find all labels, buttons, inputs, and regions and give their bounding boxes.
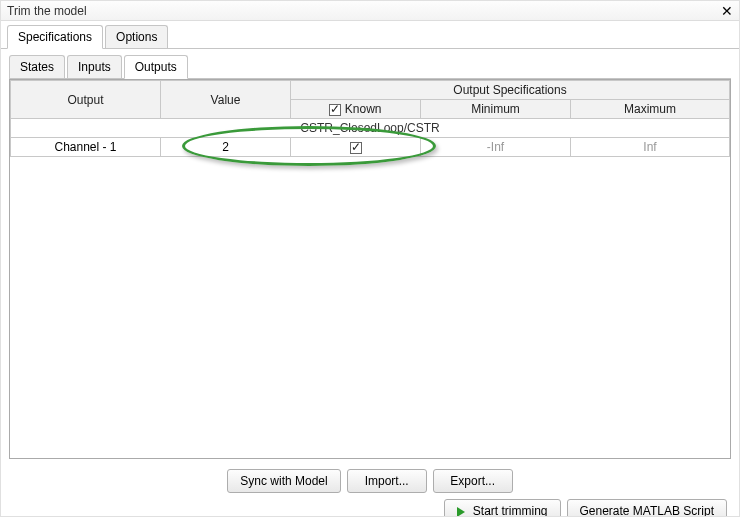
start-trimming-label: Start trimming [473,504,548,517]
outputs-grid: Output Value Output Specifications Known… [9,79,731,459]
import-button[interactable]: Import... [347,469,427,493]
tab-options[interactable]: Options [105,25,168,48]
play-icon [457,507,465,517]
outputs-table: Output Value Output Specifications Known… [10,80,730,157]
group-label: CSTR_ClosedLoop/CSTR [11,119,730,138]
known-cell[interactable] [291,138,421,157]
button-row-center: Sync with Model Import... Export... [9,469,731,493]
channel-name: Channel - 1 [11,138,161,157]
button-row-right: Start trimming Generate MATLAB Script [9,499,731,517]
col-known-label: Known [345,102,382,116]
sync-button[interactable]: Sync with Model [227,469,340,493]
tab-inputs[interactable]: Inputs [67,55,122,78]
tab-specifications[interactable]: Specifications [7,25,103,49]
table-row: Channel - 1 2 -Inf Inf [11,138,730,157]
outer-tab-bar: Specifications Options [1,21,739,49]
inner-tab-bar: States Inputs Outputs [9,55,731,79]
window-title: Trim the model [7,4,87,18]
start-trimming-button[interactable]: Start trimming [444,499,560,517]
export-button[interactable]: Export... [433,469,513,493]
max-cell[interactable]: Inf [571,138,730,157]
col-known: Known [291,100,421,119]
value-cell[interactable]: 2 [161,138,291,157]
title-bar: Trim the model ✕ [1,1,739,21]
tab-states[interactable]: States [9,55,65,78]
content-area: States Inputs Outputs Output Value Outpu… [1,49,739,504]
col-minimum: Minimum [421,100,571,119]
col-known-checkbox[interactable] [329,104,341,116]
close-icon[interactable]: ✕ [721,3,733,19]
known-checkbox[interactable] [350,142,362,154]
min-cell[interactable]: -Inf [421,138,571,157]
col-value: Value [161,81,291,119]
group-row: CSTR_ClosedLoop/CSTR [11,119,730,138]
col-output-specs: Output Specifications [291,81,730,100]
col-maximum: Maximum [571,100,730,119]
generate-script-button[interactable]: Generate MATLAB Script [567,499,728,517]
col-output: Output [11,81,161,119]
tab-outputs[interactable]: Outputs [124,55,188,79]
